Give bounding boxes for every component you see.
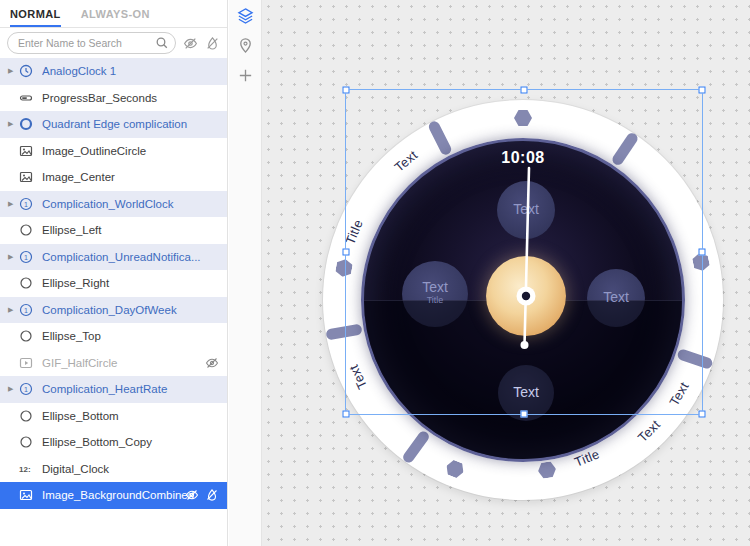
search-box [7,32,176,54]
expand-arrow-icon[interactable]: ▶ [8,200,19,208]
expand-arrow-icon[interactable]: ▶ [8,67,19,75]
layer-label: ProgressBar_Seconds [42,92,227,104]
design-canvas[interactable]: TextTextTitleTextTitleText Text Text Tit… [262,0,750,546]
search-row [0,28,227,58]
side-toolstrip [229,0,262,546]
svg-text:1: 1 [24,200,28,207]
svg-text:1: 1 [24,386,28,393]
layer-label: Ellipse_Right [42,277,227,289]
ellipse-icon [19,276,35,290]
layer-row-complication-heartrate[interactable]: ▶1Complication_HeartRate [0,376,227,403]
svg-text:1: 1 [24,306,28,313]
layer-row-complication-worldclock[interactable]: ▶1Complication_WorldClock [0,191,227,218]
expand-arrow-icon[interactable]: ▶ [8,385,19,393]
analog-clock-icon [19,64,35,78]
ellipse-icon [19,435,35,449]
layer-label: Image_BackgroundCombined [42,489,227,501]
visibility-off-icon[interactable] [205,356,219,370]
selection-handle-sw[interactable] [343,411,350,418]
layer-row-complication-dayofweek[interactable]: ▶1Complication_DayOfWeek [0,297,227,324]
layer-label: Image_OutlineCircle [42,145,227,157]
layer-row-gif-halfcircle[interactable]: GIF_HalfCircle [0,350,227,377]
selection-handle-n[interactable] [521,87,528,94]
complication-icon: 1 [19,303,35,317]
add-icon[interactable] [237,67,254,84]
layer-label: Ellipse_Left [42,224,227,236]
selection-handle-nw[interactable] [343,87,350,94]
image-icon [19,170,35,184]
gif-icon [19,356,35,370]
ring-hexagon-shape [443,458,466,480]
selection-handle-e[interactable] [699,249,706,256]
layer-row-ellipse-bottom[interactable]: Ellipse_Bottom [0,403,227,430]
layer-label: Complication_DayOfWeek [42,304,227,316]
layer-list: ▶AnalogClock 1ProgressBar_Seconds▶Quadra… [0,58,227,509]
ring-hexagon-shape [537,461,557,479]
complication-icon: 1 [19,197,35,211]
theme-color-off-icon[interactable] [205,488,219,502]
layer-label: Complication_WorldClock [42,198,227,210]
watch-face-studio-app: NORMAL ALWAYS-ON ▶AnalogClock 1ProgressB… [0,0,750,546]
layer-label: Complication_UnreadNotifica... [42,251,227,263]
layer-row-image-outlinecircle[interactable]: Image_OutlineCircle [0,138,227,165]
image-icon [19,488,35,502]
layer-label: Ellipse_Top [42,330,227,342]
pin-icon[interactable] [237,37,254,54]
layer-row-image-backgroundcombined[interactable]: Image_BackgroundCombined [0,482,227,509]
expand-arrow-icon[interactable]: ▶ [8,120,19,128]
theme-color-off-icon[interactable] [205,36,220,51]
layer-label: AnalogClock 1 [42,65,227,77]
layer-row-image-center[interactable]: Image_Center [0,164,227,191]
ellipse-icon [19,223,35,237]
complication-icon: 1 [19,250,35,264]
expand-arrow-icon[interactable]: ▶ [8,253,19,261]
panel-tabs: NORMAL ALWAYS-ON [0,0,227,28]
layer-row-progressbar-seconds[interactable]: ProgressBar_Seconds [0,85,227,112]
layer-label: Ellipse_Bottom_Copy [42,436,227,448]
layer-row-ellipse-bottom-copy[interactable]: Ellipse_Bottom_Copy [0,429,227,456]
svg-text:1: 1 [24,253,28,260]
selection-handle-se[interactable] [699,411,706,418]
ellipse-icon [19,329,35,343]
ring-label: Text [635,417,663,445]
layer-row-ellipse-right[interactable]: Ellipse_Right [0,270,227,297]
layer-row-analogclock-1[interactable]: ▶AnalogClock 1 [0,58,227,85]
hide-all-icon[interactable] [183,36,198,51]
selection-handle-ne[interactable] [699,87,706,94]
quadrant-icon [19,117,35,131]
selection-handle-s[interactable] [521,411,528,418]
layer-label: Digital_Clock [42,463,227,475]
progress-bar-icon [19,91,35,105]
layer-label: Quadrant Edge complication [42,118,227,130]
layer-row-complication-unreadnotifica-[interactable]: ▶1Complication_UnreadNotifica... [0,244,227,271]
layer-label: Complication_HeartRate [42,383,227,395]
selection-box [345,89,703,415]
search-input[interactable] [7,32,176,54]
search-icon [155,36,169,50]
layers-icon[interactable] [237,7,254,24]
layer-row-quadrant-edge-complication[interactable]: ▶Quadrant Edge complication [0,111,227,138]
digital-clock-icon: 12: [19,462,35,476]
layer-label: Image_Center [42,171,227,183]
selection-handle-w[interactable] [343,249,350,256]
ring-pill-shape [401,429,431,465]
tab-normal[interactable]: NORMAL [10,0,61,27]
tab-always-on[interactable]: ALWAYS-ON [81,0,150,27]
image-icon [19,144,35,158]
layer-row-ellipse-left[interactable]: Ellipse_Left [0,217,227,244]
visibility-off-icon[interactable] [185,488,199,502]
expand-arrow-icon[interactable]: ▶ [8,306,19,314]
layer-label: Ellipse_Bottom [42,410,227,422]
layers-panel: NORMAL ALWAYS-ON ▶AnalogClock 1ProgressB… [0,0,228,546]
complication-icon: 1 [19,382,35,396]
layer-label: GIF_HalfCircle [42,357,227,369]
layer-row-digital-clock[interactable]: 12:Digital_Clock [0,456,227,483]
ellipse-icon [19,409,35,423]
layer-row-ellipse-top[interactable]: Ellipse_Top [0,323,227,350]
